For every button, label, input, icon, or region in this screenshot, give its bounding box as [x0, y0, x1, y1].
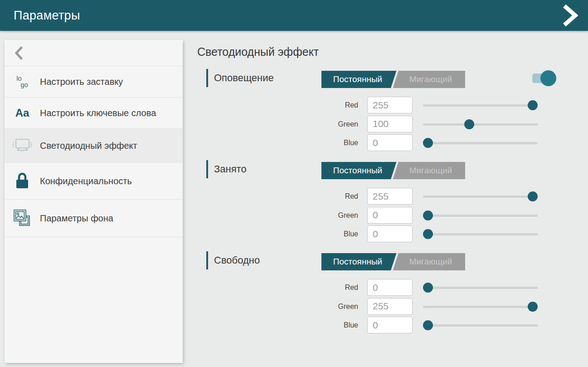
- slider-thumb[interactable]: [423, 229, 433, 239]
- slider-thumb[interactable]: [423, 283, 433, 293]
- blue-slider: [423, 134, 538, 152]
- slider-track[interactable]: [423, 104, 538, 107]
- green-value-input[interactable]: [367, 298, 413, 315]
- red-label: Red: [279, 97, 358, 114]
- slider-thumb[interactable]: [423, 210, 433, 220]
- switch-knob: [540, 70, 556, 86]
- forward-chevron-icon[interactable]: [563, 5, 578, 26]
- sidebar-back-button[interactable]: [5, 40, 183, 66]
- sidebar-item-splash-screen[interactable]: lo go Настроить заставку: [5, 66, 183, 98]
- red-value-input[interactable]: [367, 97, 413, 113]
- slider-track[interactable]: [423, 233, 538, 235]
- section-accent-bar: [206, 160, 208, 178]
- red-value-input[interactable]: [367, 188, 413, 205]
- slider-thumb[interactable]: [464, 119, 474, 129]
- led-effect-icon: [5, 138, 40, 153]
- section-title: Свободно: [214, 254, 260, 266]
- lock-icon: [5, 172, 40, 190]
- red-slider: [423, 279, 538, 296]
- blue-label: Blue: [279, 225, 358, 243]
- sidebar-item-label: Настроить ключевые слова: [40, 107, 156, 119]
- sidebar-item-label: Светодиодный эффект: [40, 140, 137, 152]
- green-value-input[interactable]: [367, 116, 413, 132]
- slider-thumb[interactable]: [528, 191, 538, 201]
- sidebar-item-keywords[interactable]: Aa Настроить ключевые слова: [5, 98, 183, 129]
- green-row: Green: [197, 116, 564, 133]
- section-busy: Занято Постоянный Мигающий Red Green Blu…: [197, 159, 564, 250]
- section-title: Занято: [214, 163, 247, 175]
- red-row: Red: [197, 97, 564, 114]
- blue-label: Blue: [279, 317, 358, 334]
- blue-value-input[interactable]: [367, 134, 413, 151]
- slider-track[interactable]: [423, 142, 538, 144]
- blue-value-input[interactable]: [367, 225, 413, 242]
- sidebar-item-led-effect[interactable]: Светодиодный эффект: [5, 129, 183, 163]
- section-accent-bar: [206, 69, 208, 87]
- green-label: Green: [279, 116, 358, 133]
- green-slider: [423, 207, 538, 224]
- sidebar-item-label: Настроить заставку: [40, 76, 123, 88]
- logo-icon: lo go: [5, 75, 40, 88]
- blue-row: Blue: [197, 317, 564, 334]
- slider-thumb[interactable]: [528, 100, 538, 110]
- slider-thumb[interactable]: [423, 138, 433, 148]
- green-label: Green: [279, 207, 358, 224]
- keywords-icon: Aa: [5, 107, 40, 119]
- red-slider: [423, 97, 538, 114]
- sidebar-item-label: Конфиденциальность: [40, 175, 132, 187]
- green-label: Green: [279, 298, 358, 315]
- slider-track[interactable]: [423, 306, 538, 308]
- red-label: Red: [279, 188, 358, 205]
- background-image-icon: [5, 209, 40, 228]
- blue-value-input[interactable]: [367, 317, 413, 333]
- sidebar-item-privacy[interactable]: Конфиденциальность: [5, 163, 183, 200]
- slider-thumb[interactable]: [423, 320, 433, 330]
- slider-track[interactable]: [423, 324, 538, 327]
- mode-toggle: Постоянный Мигающий: [321, 253, 465, 270]
- green-row: Green: [197, 298, 564, 315]
- red-row: Red: [197, 188, 564, 205]
- back-chevron-icon: [14, 46, 24, 60]
- sidebar-item-label: Параметры фона: [40, 212, 113, 224]
- red-row: Red: [197, 279, 564, 296]
- red-label: Red: [279, 279, 358, 296]
- green-slider: [423, 116, 538, 133]
- section-title: Оповещение: [214, 72, 274, 84]
- green-value-input[interactable]: [367, 207, 413, 224]
- green-row: Green: [197, 207, 564, 224]
- section-free: Свободно Постоянный Мигающий Red Green B…: [197, 250, 564, 341]
- blue-slider: [423, 317, 538, 334]
- content-title: Светодиодный эффект: [197, 45, 319, 59]
- section-accent-bar: [206, 251, 208, 269]
- app-header: Параметры: [0, 0, 588, 31]
- blue-slider: [423, 225, 538, 243]
- blue-row: Blue: [197, 225, 564, 243]
- slider-thumb[interactable]: [528, 302, 538, 312]
- slider-track[interactable]: [423, 196, 538, 198]
- red-slider: [423, 188, 538, 205]
- sidebar-item-background[interactable]: Параметры фона: [5, 200, 183, 237]
- mode-toggle: Постоянный Мигающий: [321, 162, 465, 179]
- settings-sidebar: lo go Настроить заставку Aa Настроить кл…: [5, 40, 183, 363]
- slider-track[interactable]: [423, 123, 538, 126]
- slider-track[interactable]: [423, 287, 538, 289]
- section-alert: Оповещение Постоянный Мигающий Red Green…: [197, 68, 564, 159]
- mode-toggle: Постоянный Мигающий: [321, 71, 465, 88]
- blue-row: Blue: [197, 134, 564, 152]
- blue-label: Blue: [279, 134, 358, 152]
- slider-track[interactable]: [423, 215, 538, 217]
- red-value-input[interactable]: [367, 279, 413, 296]
- enable-switch[interactable]: [532, 69, 567, 87]
- page-title: Параметры: [14, 9, 80, 23]
- green-slider: [423, 298, 538, 315]
